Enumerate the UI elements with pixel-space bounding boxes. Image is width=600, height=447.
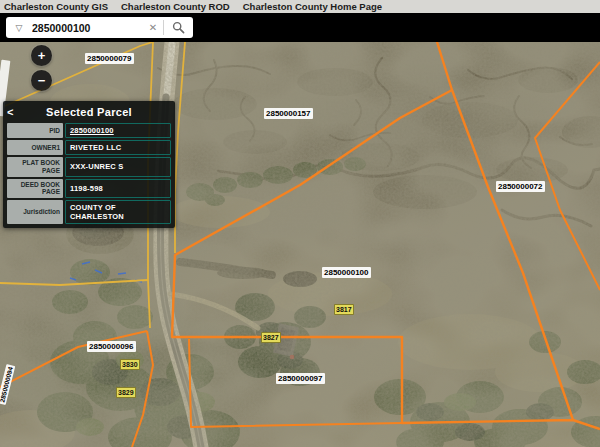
address-label-3817: 3817 bbox=[334, 304, 354, 315]
plat-book-page-value: XXX-UNREC S bbox=[65, 157, 171, 177]
search-icon bbox=[172, 21, 185, 34]
gis-application-window: Charleston County GIS Charleston County … bbox=[0, 0, 600, 447]
field-label-plat-book-page: PLAT BOOK PAGE bbox=[7, 157, 63, 177]
panel-row-deed-book: DEED BOOK PAGE 1198-598 bbox=[7, 179, 171, 199]
zoom-in-button[interactable]: + bbox=[31, 45, 52, 66]
parcel-search-box: ▽ ✕ bbox=[6, 17, 193, 38]
search-toolbar: ▽ ✕ bbox=[0, 13, 600, 42]
panel-row-plat-book: PLAT BOOK PAGE XXX-UNREC S bbox=[7, 157, 171, 177]
pid-link[interactable]: 2850000100 bbox=[70, 126, 114, 135]
panel-row-owner: OWNER1 RIVETED LLC bbox=[7, 140, 171, 155]
field-label-jurisdiction: Jurisdiction bbox=[7, 200, 63, 224]
panel-row-jurisdiction: Jurisdiction COUNTY OF CHARLESTON bbox=[7, 200, 171, 224]
parcel-label-2850000100: 2850000100 bbox=[322, 267, 371, 278]
search-dropdown-button[interactable]: ▽ bbox=[6, 23, 32, 33]
panel-back-button[interactable]: < bbox=[7, 106, 21, 118]
map-viewport[interactable]: 2850000079 2850000157 2850000072 2850000… bbox=[0, 42, 600, 447]
link-charleston-county-rod[interactable]: Charleston County ROD bbox=[121, 1, 230, 12]
panel-row-pid: PID 2850000100 bbox=[7, 123, 171, 138]
address-label-3830: 3830 bbox=[120, 359, 140, 370]
address-label-3829: 3829 bbox=[116, 387, 136, 398]
parcel-label-2850000072: 2850000072 bbox=[496, 181, 545, 192]
clear-search-button[interactable]: ✕ bbox=[143, 22, 163, 33]
chevron-down-icon: ▽ bbox=[16, 23, 23, 33]
parcel-label-2850000096: 2850000096 bbox=[87, 341, 136, 352]
parcel-label-2850000157: 2850000157 bbox=[264, 108, 313, 119]
parcel-label-2850000097: 2850000097 bbox=[276, 373, 325, 384]
parcel-label-2850000079: 2850000079 bbox=[85, 53, 134, 64]
top-link-bar: Charleston County GIS Charleston County … bbox=[0, 0, 600, 13]
link-charleston-county-gis[interactable]: Charleston County GIS bbox=[4, 1, 108, 12]
link-charleston-county-home[interactable]: Charleston County Home Page bbox=[243, 1, 382, 12]
zoom-out-button[interactable]: − bbox=[31, 70, 52, 91]
deed-book-page-value: 1198-598 bbox=[65, 179, 171, 199]
panel-header: < Selected Parcel bbox=[7, 104, 171, 120]
owner1-value: RIVETED LLC bbox=[65, 140, 171, 155]
field-label-pid: PID bbox=[7, 123, 63, 138]
field-label-deed-book-page: DEED BOOK PAGE bbox=[7, 179, 63, 199]
panel-title: Selected Parcel bbox=[21, 106, 157, 118]
jurisdiction-value: COUNTY OF CHARLESTON bbox=[65, 200, 171, 224]
selected-parcel-panel: < Selected Parcel PID 2850000100 OWNER1 … bbox=[3, 101, 175, 228]
search-button[interactable] bbox=[164, 17, 193, 38]
search-input[interactable] bbox=[32, 22, 143, 34]
field-label-owner1: OWNER1 bbox=[7, 140, 63, 155]
address-label-3827: 3827 bbox=[261, 332, 281, 343]
